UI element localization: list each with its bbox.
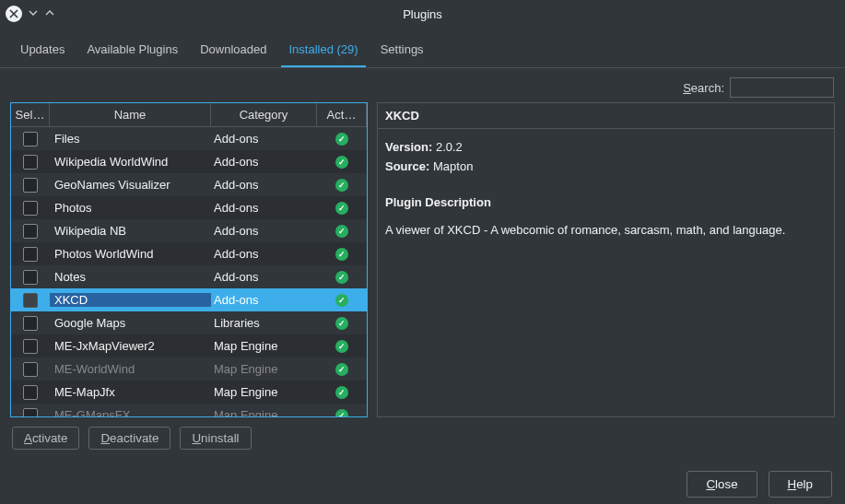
row-name: GeoNames Visualizer	[50, 178, 211, 192]
row-category: Map Engine	[211, 339, 317, 353]
col-name[interactable]: Name	[50, 103, 211, 126]
row-category: Map Engine	[211, 385, 317, 399]
active-status-icon: ✓	[335, 294, 348, 307]
tab-available[interactable]: Available Plugins	[79, 35, 185, 67]
row-name: Wikipedia NB	[50, 224, 211, 238]
active-status-icon: ✓	[335, 340, 348, 353]
row-name: Photos WorldWind	[50, 247, 211, 261]
deactivate-button[interactable]: Deactivate	[88, 427, 170, 450]
tabs: Updates Available Plugins Downloaded Ins…	[0, 28, 845, 68]
search-label: Search:	[683, 81, 724, 95]
close-button[interactable]: Close	[687, 471, 757, 498]
uninstall-button[interactable]: Uninstall	[180, 427, 251, 450]
row-checkbox[interactable]	[23, 201, 38, 216]
row-checkbox[interactable]	[23, 155, 38, 170]
row-name: Notes	[50, 270, 211, 284]
row-checkbox[interactable]	[23, 293, 38, 308]
table-row[interactable]: ME-WorldWindMap Engine✓	[11, 357, 367, 381]
tab-updates[interactable]: Updates	[13, 35, 72, 67]
active-status-icon: ✓	[335, 271, 348, 284]
row-category: Add-ons	[211, 293, 317, 307]
table-row[interactable]: Wikipedia NBAdd-ons✓	[11, 219, 367, 242]
table-row[interactable]: FilesAdd-ons✓	[11, 127, 367, 150]
row-category: Add-ons	[211, 201, 317, 215]
source-label: Source:	[385, 159, 429, 173]
table-row[interactable]: Photos WorldWindAdd-ons✓	[11, 242, 367, 265]
table-row[interactable]: ME-JxMapViewer2Map Engine✓	[11, 334, 367, 357]
active-status-icon: ✓	[335, 317, 348, 330]
version-label: Version:	[385, 140, 432, 154]
chevron-up-icon[interactable]	[44, 6, 55, 21]
row-name: Google Maps	[50, 316, 211, 330]
row-checkbox[interactable]	[23, 178, 38, 193]
details-title: XKCD	[378, 103, 834, 129]
row-name: ME-JxMapViewer2	[50, 339, 211, 353]
row-category: Add-ons	[211, 178, 317, 192]
tab-settings[interactable]: Settings	[373, 35, 431, 67]
help-button[interactable]: Help	[769, 471, 832, 498]
active-status-icon: ✓	[335, 202, 348, 215]
active-status-icon: ✓	[335, 225, 348, 238]
row-checkbox[interactable]	[23, 316, 38, 331]
row-checkbox[interactable]	[23, 132, 38, 147]
table-row[interactable]: GeoNames VisualizerAdd-ons✓	[11, 173, 367, 196]
desc-heading: Plugin Description	[385, 193, 827, 212]
active-status-icon: ✓	[335, 133, 348, 146]
row-checkbox[interactable]	[23, 362, 38, 377]
active-status-icon: ✓	[335, 156, 348, 169]
col-category[interactable]: Category	[211, 103, 317, 126]
search-row: Search:	[0, 68, 845, 102]
tab-installed[interactable]: Installed (29)	[281, 35, 365, 67]
source-value: Mapton	[433, 159, 473, 173]
table-row[interactable]: Wikipedia WorldWindAdd-ons✓	[11, 150, 367, 173]
active-status-icon: ✓	[335, 248, 348, 261]
row-name: Wikipedia WorldWind	[50, 155, 211, 169]
row-category: Libraries	[211, 316, 317, 330]
row-checkbox[interactable]	[23, 270, 38, 285]
table-row[interactable]: ME-GMapsFXMap Engine✓	[11, 404, 367, 416]
table-row[interactable]: ME-MapJfxMap Engine✓	[11, 381, 367, 404]
table-row[interactable]: XKCDAdd-ons✓	[11, 288, 367, 311]
active-status-icon: ✓	[335, 386, 348, 399]
details-panel: XKCD Version: 2.0.2 Source: Mapton Plugi…	[377, 102, 835, 417]
row-category: Add-ons	[211, 247, 317, 261]
activate-button[interactable]: Activate	[12, 427, 79, 450]
plugin-table: Sel… Name Category Act… FilesAdd-ons✓Wik…	[10, 102, 368, 417]
desc-text: A viewer of XKCD - A webcomic of romance…	[385, 221, 827, 240]
window-close-icon[interactable]	[6, 6, 22, 22]
row-category: Add-ons	[211, 155, 317, 169]
active-status-icon: ✓	[335, 179, 348, 192]
row-category: Add-ons	[211, 270, 317, 284]
chevron-down-icon[interactable]	[28, 6, 39, 21]
row-category: Map Engine	[211, 408, 317, 416]
row-name: ME-MapJfx	[50, 385, 211, 399]
row-name: Photos	[50, 201, 211, 215]
active-status-icon: ✓	[335, 363, 348, 376]
window-title: Plugins	[0, 7, 845, 21]
row-checkbox[interactable]	[23, 247, 38, 262]
version-value: 2.0.2	[436, 140, 463, 154]
table-body[interactable]: FilesAdd-ons✓Wikipedia WorldWindAdd-ons✓…	[11, 127, 367, 416]
row-name: ME-GMapsFX	[50, 408, 211, 416]
tab-downloaded[interactable]: Downloaded	[193, 35, 274, 67]
row-category: Add-ons	[211, 224, 317, 238]
titlebar: Plugins	[0, 0, 845, 28]
row-category: Map Engine	[211, 362, 317, 376]
active-status-icon: ✓	[335, 409, 348, 417]
table-row[interactable]: NotesAdd-ons✓	[11, 265, 367, 288]
row-name: Files	[50, 132, 211, 146]
row-checkbox[interactable]	[23, 385, 38, 400]
row-checkbox[interactable]	[23, 408, 38, 417]
row-name: XKCD	[50, 293, 211, 307]
row-checkbox[interactable]	[23, 224, 38, 239]
table-row[interactable]: Google MapsLibraries✓	[11, 311, 367, 334]
row-name: ME-WorldWind	[50, 362, 211, 376]
col-active[interactable]: Act…	[317, 103, 367, 126]
table-row[interactable]: PhotosAdd-ons✓	[11, 196, 367, 219]
row-checkbox[interactable]	[23, 339, 38, 354]
action-buttons: Activate Deactivate Uninstall	[0, 417, 845, 459]
search-input[interactable]	[730, 77, 834, 98]
table-header: Sel… Name Category Act…	[11, 103, 367, 127]
col-select[interactable]: Sel…	[11, 103, 50, 126]
footer: Close Help	[0, 463, 845, 498]
